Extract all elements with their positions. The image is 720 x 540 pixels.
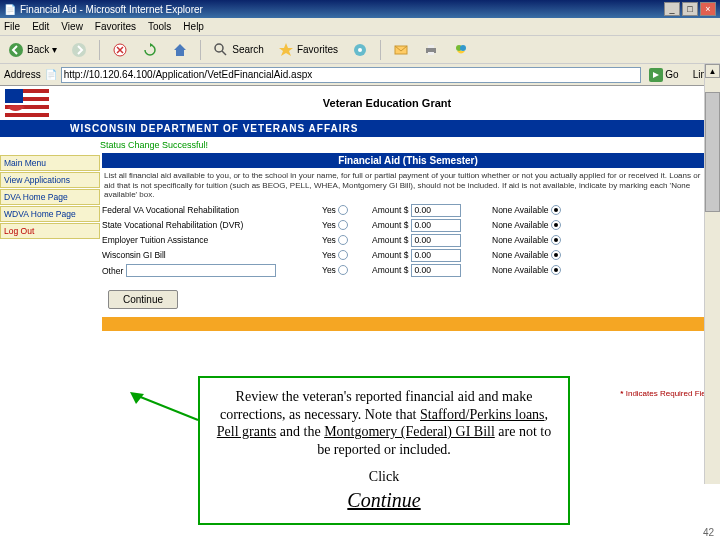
print-button[interactable]	[419, 40, 443, 60]
amount-input[interactable]	[411, 264, 461, 277]
amount-label: Amount $	[372, 235, 408, 245]
back-button[interactable]: Back ▾	[4, 40, 61, 60]
footer-bar	[102, 317, 714, 331]
mail-button[interactable]	[389, 40, 413, 60]
svg-point-5	[358, 48, 362, 52]
callout-continue: Continue	[214, 488, 554, 513]
yes-radio[interactable]	[338, 250, 348, 260]
aid-row-other: Other Yes Amount $ None Available	[102, 263, 714, 278]
search-button[interactable]: Search	[209, 40, 268, 60]
yes-label: Yes	[322, 265, 336, 275]
sidebar: Main Menu View Applications DVA Home Pag…	[0, 153, 100, 331]
aid-row-employer: Employer Tuition Assistance Yes Amount $…	[102, 233, 714, 248]
home-button[interactable]	[168, 40, 192, 60]
svg-point-0	[9, 43, 23, 57]
required-note: * Indicates Required Field	[620, 389, 712, 398]
home-icon	[172, 42, 188, 58]
menu-help[interactable]: Help	[183, 21, 204, 32]
none-radio[interactable]	[551, 205, 561, 215]
svg-point-1	[72, 43, 86, 57]
svg-rect-17	[5, 113, 49, 117]
aid-row-state-dvr: State Vocational Rehabilitation (DVR) Ye…	[102, 218, 714, 233]
address-input[interactable]	[61, 67, 642, 83]
mail-icon	[393, 42, 409, 58]
svg-rect-9	[428, 52, 434, 55]
maximize-button[interactable]: □	[682, 2, 698, 16]
yes-radio[interactable]	[338, 265, 348, 275]
media-icon	[352, 42, 368, 58]
refresh-icon	[142, 42, 158, 58]
svg-rect-8	[428, 45, 434, 48]
forward-icon	[71, 42, 87, 58]
menu-view[interactable]: View	[61, 21, 83, 32]
forward-button[interactable]	[67, 40, 91, 60]
menu-edit[interactable]: Edit	[32, 21, 49, 32]
favorites-button[interactable]: Favorites	[274, 40, 342, 60]
flag-icon	[5, 89, 49, 117]
address-label: Address	[4, 69, 41, 80]
page-title: Veteran Education Grant	[54, 97, 720, 109]
row-label: Employer Tuition Assistance	[102, 235, 322, 245]
none-label: None Available	[492, 250, 549, 260]
minimize-button[interactable]: _	[664, 2, 680, 16]
aid-row-wi-gi-bill: Wisconsin GI Bill Yes Amount $ None Avai…	[102, 248, 714, 263]
other-input[interactable]	[126, 264, 276, 277]
sidebar-item-wdva-home[interactable]: WDVA Home Page	[0, 206, 100, 222]
amount-label: Amount $	[372, 220, 408, 230]
amount-input[interactable]	[411, 204, 461, 217]
back-icon	[8, 42, 24, 58]
star-icon	[278, 42, 294, 58]
go-button[interactable]: Go	[645, 68, 682, 82]
sidebar-item-view-apps[interactable]: View Applications	[0, 172, 100, 188]
yes-label: Yes	[322, 220, 336, 230]
none-radio[interactable]	[551, 235, 561, 245]
stop-button[interactable]	[108, 40, 132, 60]
sidebar-item-dva-home[interactable]: DVA Home Page	[0, 189, 100, 205]
svg-point-11	[460, 45, 466, 51]
none-label: None Available	[492, 235, 549, 245]
amount-label: Amount $	[372, 250, 408, 260]
sidebar-item-main[interactable]: Main Menu	[0, 155, 100, 171]
search-label: Search	[232, 44, 264, 55]
amount-input[interactable]	[411, 249, 461, 262]
yes-radio[interactable]	[338, 205, 348, 215]
scroll-up-icon[interactable]: ▲	[705, 64, 720, 78]
menu-file[interactable]: File	[4, 21, 20, 32]
menu-favorites[interactable]: Favorites	[95, 21, 136, 32]
media-button[interactable]	[348, 40, 372, 60]
instruction-callout: Review the veteran's reported financial …	[198, 376, 570, 525]
ie-icon: 📄	[4, 4, 16, 15]
search-icon	[213, 42, 229, 58]
department-bar: WISCONSIN DEPARTMENT OF VETERANS AFFAIRS	[0, 120, 720, 137]
amount-input[interactable]	[411, 219, 461, 232]
amount-input[interactable]	[411, 234, 461, 247]
amount-label: Amount $	[372, 265, 408, 275]
status-message: Status Change Successful!	[0, 137, 720, 153]
row-label: Wisconsin GI Bill	[102, 250, 322, 260]
sidebar-item-logout[interactable]: Log Out	[0, 223, 100, 239]
messenger-button[interactable]	[449, 40, 473, 60]
slide-number: 42	[703, 527, 714, 538]
none-radio[interactable]	[551, 250, 561, 260]
svg-rect-18	[5, 89, 23, 103]
menu-tools[interactable]: Tools	[148, 21, 171, 32]
row-label: State Vocational Rehabilitation (DVR)	[102, 220, 322, 230]
none-radio[interactable]	[551, 220, 561, 230]
yes-radio[interactable]	[338, 220, 348, 230]
row-label: Other	[102, 264, 322, 277]
refresh-button[interactable]	[138, 40, 162, 60]
none-radio[interactable]	[551, 265, 561, 275]
vertical-scrollbar[interactable]: ▲	[704, 64, 720, 484]
svg-point-3	[215, 44, 223, 52]
amount-label: Amount $	[372, 205, 408, 215]
print-icon	[423, 42, 439, 58]
close-button[interactable]: ×	[700, 2, 716, 16]
messenger-icon	[453, 42, 469, 58]
scroll-thumb[interactable]	[705, 92, 720, 212]
go-icon	[649, 68, 663, 82]
callout-arrow	[128, 392, 200, 432]
continue-button[interactable]: Continue	[108, 290, 178, 309]
section-header: Financial Aid (This Semester) ?	[102, 153, 714, 168]
yes-radio[interactable]	[338, 235, 348, 245]
yes-label: Yes	[322, 205, 336, 215]
